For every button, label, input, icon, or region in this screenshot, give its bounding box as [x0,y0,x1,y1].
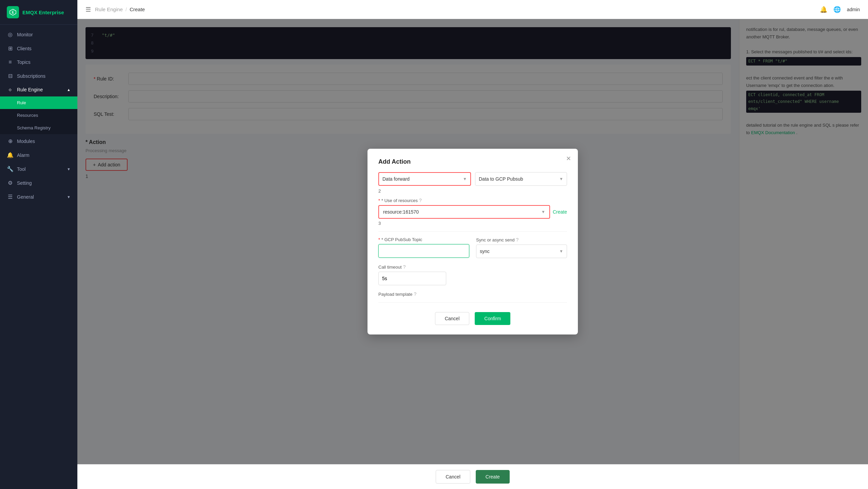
dialog-footer: Cancel Confirm [378,312,567,325]
sidebar-item-clients[interactable]: ⊞ Clients [0,41,77,55]
user-name[interactable]: admin [847,7,860,12]
chevron-down-icon: ▼ [67,167,71,171]
dialog-step-3: 3 [378,221,567,226]
modal-overlay: Add Action ✕ Data forward ▼ Data to GCP … [77,19,868,464]
confirm-button[interactable]: Confirm [475,312,510,325]
sidebar-item-label: Rule Engine [17,87,43,92]
dialog-step-2: 2 [378,188,567,194]
chevron-down-icon: ▼ [67,195,71,199]
payload-label: Payload template ? [378,291,567,297]
resource-value: resource:161570 [383,209,419,215]
main-area: ☰ Rule Engine / Create 🔔 🌐 admin 7 "t/#"… [77,0,868,489]
sidebar-item-label: Monitor [17,32,33,37]
sidebar-item-label: Topics [17,59,31,65]
resource-field-label: * Use of resources ? [378,198,567,203]
create-resource-link[interactable]: Create [553,209,567,215]
logo-icon: E [7,6,19,18]
sidebar-item-modules[interactable]: ⊕ Modules [0,134,77,148]
sync-value: sync [480,249,490,254]
clients-icon: ⊞ [7,45,14,52]
svg-text:E: E [12,11,14,14]
dialog-title: Add Action [378,158,567,165]
sidebar-item-label: Alarm [17,152,30,158]
two-col-row: * GCP PubSub Topic Sync or async send ? … [378,237,567,258]
sidebar-item-label: Clients [17,46,32,51]
breadcrumb-separator: / [126,6,127,12]
gcp-topic-col: * GCP PubSub Topic [378,237,469,258]
bottom-bar: Cancel Create [77,464,868,489]
dialog-close-button[interactable]: ✕ [566,155,571,162]
topbar-right: 🔔 🌐 admin [820,6,860,13]
sidebar-item-label: Subscriptions [17,73,45,79]
dialog-type-row: Data forward ▼ Data to GCP Pubsub ▼ [378,172,567,186]
breadcrumb-current: Create [130,6,145,12]
action-type-dropdown[interactable]: Data forward ▼ [378,172,471,186]
chevron-down-icon: ▼ [463,177,467,181]
sync-dropdown[interactable]: sync ▼ [476,244,567,258]
sidebar-item-rule-engine[interactable]: ⟐ Rule Engine ▲ [0,83,77,96]
topics-icon: ≡ [7,59,14,65]
notification-icon[interactable]: 🔔 [820,6,827,13]
setting-icon: ⚙ [7,180,14,186]
sync-col: Sync or async send ? sync ▼ [476,237,567,258]
sidebar-item-schema-registry[interactable]: Schema Registry [0,122,77,134]
topbar: ☰ Rule Engine / Create 🔔 🌐 admin [77,0,868,19]
rule-engine-subnav: Rule Resources Schema Registry [0,96,77,134]
dialog-footer-divider [378,302,567,303]
sidebar-item-label: Setting [17,180,32,186]
rule-engine-icon: ⟐ [7,87,14,93]
app-title: EMQX Enterprise [22,10,64,15]
page-create-button[interactable]: Create [476,470,510,484]
breadcrumb-parent[interactable]: Rule Engine [95,6,123,12]
chevron-down-icon: ▼ [541,210,545,214]
call-timeout-input[interactable] [378,272,446,285]
action-type-value: Data forward [382,176,410,182]
action-target-value: Data to GCP Pubsub [479,176,523,182]
sidebar-logo: E EMQX Enterprise [0,0,77,25]
sidebar-item-label: Schema Registry [17,125,51,130]
globe-icon[interactable]: 🌐 [833,6,841,13]
payload-help-icon[interactable]: ? [414,291,416,297]
sidebar-item-setting[interactable]: ⚙ Setting [0,176,77,190]
sidebar-item-label: General [17,194,34,200]
sidebar-item-label: Modules [17,139,35,144]
sidebar-nav: ◎ Monitor ⊞ Clients ≡ Topics ⊟ Subscript… [0,25,77,489]
sidebar-item-label: Rule [17,100,26,105]
sidebar: E EMQX Enterprise ◎ Monitor ⊞ Clients ≡ … [0,0,77,489]
sidebar-item-subscriptions[interactable]: ⊟ Subscriptions [0,69,77,83]
monitor-icon: ◎ [7,31,14,38]
subscriptions-icon: ⊟ [7,73,14,79]
general-icon: ☰ [7,194,14,200]
sidebar-item-general[interactable]: ☰ General ▼ [0,190,77,204]
tool-icon: 🔧 [7,166,14,172]
sidebar-item-alarm[interactable]: 🔔 Alarm [0,148,77,162]
sidebar-item-tool[interactable]: 🔧 Tool ▼ [0,162,77,176]
sidebar-item-resources[interactable]: Resources [0,109,77,122]
menu-icon[interactable]: ☰ [86,6,91,13]
page-cancel-button[interactable]: Cancel [436,470,470,484]
chevron-up-icon: ▲ [67,88,71,92]
chevron-down-icon: ▼ [559,177,563,181]
resource-help-icon[interactable]: ? [419,198,422,203]
gcp-topic-label: * GCP PubSub Topic [378,237,469,242]
add-action-dialog: Add Action ✕ Data forward ▼ Data to GCP … [367,149,578,334]
sync-help-icon[interactable]: ? [516,237,518,242]
call-timeout-label: Call timeout ? [378,264,567,270]
sidebar-item-label: Tool [17,166,26,172]
sidebar-item-topics[interactable]: ≡ Topics [0,55,77,69]
sidebar-item-monitor[interactable]: ◎ Monitor [0,28,77,41]
resource-row: resource:161570 ▼ Create [378,205,567,219]
call-timeout-help-icon[interactable]: ? [403,264,406,270]
sidebar-item-rule[interactable]: Rule [0,96,77,109]
dialog-divider [378,231,567,232]
resource-select[interactable]: resource:161570 ▼ [378,205,550,219]
chevron-down-icon: ▼ [559,249,563,254]
breadcrumb: Rule Engine / Create [95,6,145,12]
content-area: 7 "t/#" 8 9 Rule ID: Description: [77,19,868,464]
action-target-dropdown[interactable]: Data to GCP Pubsub ▼ [475,172,567,186]
sync-label: Sync or async send ? [476,237,567,242]
gcp-topic-input[interactable] [378,244,469,258]
cancel-button[interactable]: Cancel [435,312,470,325]
modules-icon: ⊕ [7,138,14,144]
alarm-icon: 🔔 [7,152,14,158]
